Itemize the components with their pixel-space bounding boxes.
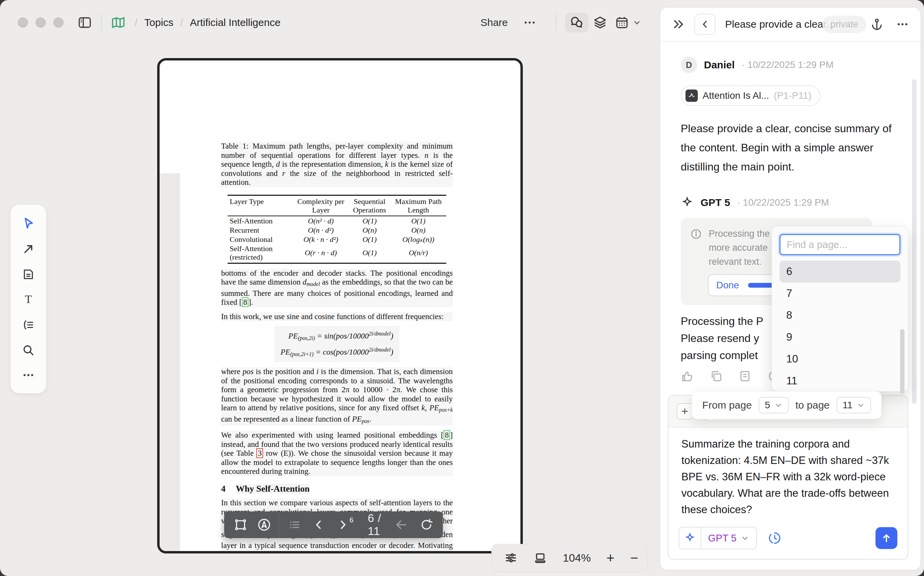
header-divider [101, 15, 102, 30]
ellipsis-icon [22, 369, 35, 382]
nav-circle-icon [257, 518, 271, 532]
page-option-11[interactable]: 11 [780, 370, 900, 392]
find-page-input[interactable] [780, 234, 900, 255]
outline-tool[interactable] [21, 318, 35, 332]
select-tool[interactable] [21, 216, 35, 230]
paper-paragraph: bottoms of the encoder and decoder stack… [221, 269, 453, 307]
clock-icon [768, 531, 781, 545]
attachment-chip[interactable]: Attention Is Al... (P1-P11) [681, 85, 820, 106]
calendar-toggle[interactable] [612, 13, 644, 32]
share-thread-button[interactable] [870, 18, 884, 31]
sidebar-icon [77, 15, 92, 30]
to-page-select[interactable]: 11 [836, 397, 871, 413]
document-button[interactable] [738, 369, 752, 383]
chevron-down-icon [740, 534, 749, 542]
page-option-7[interactable]: 7 [780, 283, 900, 304]
page-indicator: 6 / 11 [368, 512, 384, 538]
calendar-icon [615, 15, 629, 30]
zoom-out-button[interactable]: − [630, 551, 638, 565]
note-tool[interactable] [21, 267, 35, 281]
toolbar-divider [279, 512, 279, 538]
reload-page-button[interactable] [420, 518, 433, 531]
zoom-window-button[interactable] [53, 18, 64, 28]
prev-page-button[interactable] [313, 518, 325, 531]
plus-icon [681, 407, 689, 416]
outline-list-button[interactable] [288, 518, 301, 531]
arrow-tool[interactable] [21, 242, 35, 256]
to-page-label: to page [796, 399, 830, 411]
layers-icon [593, 15, 608, 30]
map-icon [111, 15, 126, 30]
add-attachment-button[interactable] [677, 403, 693, 419]
composer-controls: GPT 5 [668, 518, 908, 559]
chevron-down-icon [857, 401, 865, 409]
chat-scrollbar[interactable] [912, 79, 916, 404]
note-icon [21, 267, 35, 281]
thread-title: Please provide a clear... [725, 18, 834, 30]
print-button[interactable] [533, 551, 547, 565]
chevron-down-icon [774, 401, 783, 409]
complexity-table: Layer TypeComplexity per LayerSequential… [227, 195, 446, 264]
breadcrumb: / Topics / Artificial Intelligence [135, 17, 280, 28]
composer-input[interactable]: Summarize the training corpora and token… [668, 428, 908, 518]
view-controls-toolbar: 104% + − [492, 544, 648, 572]
copy-button[interactable] [709, 369, 723, 383]
history-back-button[interactable] [394, 518, 408, 531]
close-window-button[interactable] [18, 18, 28, 28]
history-button[interactable] [768, 531, 781, 545]
toggle-sidebar-button[interactable] [77, 15, 92, 30]
send-button[interactable] [876, 527, 897, 549]
share-button[interactable]: Share [480, 17, 508, 28]
select-region-button[interactable] [234, 518, 247, 531]
chevron-left-icon [700, 19, 710, 29]
chat-bubbles-icon [569, 15, 585, 30]
paper-paragraph: In this work, we use sine and cosine fun… [221, 312, 453, 322]
chat-panel: Please provide a clear... private D Dani… [660, 7, 921, 571]
breadcrumb-current-page[interactable]: Artificial Intelligence [190, 17, 280, 28]
model-selector[interactable]: GPT 5 [679, 527, 757, 549]
paper-equation: PE(pos,2i) = sin(pos/100002i/dmodel)PE(p… [221, 326, 453, 362]
collapse-panel-button[interactable] [672, 18, 685, 31]
text-T-icon: T [21, 293, 35, 306]
page-option-9[interactable]: 9 [780, 326, 900, 348]
attachment-name: Attention Is Al... [703, 90, 769, 101]
pdf-file-icon [685, 90, 698, 102]
layers-toggle[interactable] [588, 13, 612, 32]
table-row: RecurrentO(n · d²)O(n)O(n) [227, 226, 446, 235]
chevron-down-icon [633, 18, 641, 27]
more-options-button[interactable] [523, 16, 536, 29]
zoom-in-button[interactable]: + [607, 551, 614, 565]
search-tool[interactable] [21, 343, 35, 357]
next-page-button[interactable]: 6 [336, 518, 353, 531]
text-tool[interactable]: T [21, 293, 35, 306]
info-line: relevant text. [709, 255, 770, 269]
more-tools[interactable] [22, 369, 35, 382]
pointer-mode-button[interactable] [257, 518, 271, 532]
section-heading: 4Why Self-Attention [221, 485, 453, 494]
thread-options-button[interactable] [896, 18, 909, 31]
page-option-8[interactable]: 8 [780, 304, 900, 326]
page-range-popover: From page 5 to page 11 [692, 391, 882, 419]
from-page-select[interactable]: 5 [759, 397, 789, 413]
app-window: / Topics / Artificial Intelligence Share [0, 0, 924, 576]
view-settings-button[interactable] [504, 551, 518, 565]
thumbs-up-button[interactable] [681, 369, 694, 383]
page-option-6[interactable]: 6 [780, 261, 900, 283]
chat-panel-toggle[interactable] [565, 13, 588, 32]
map-button[interactable] [111, 15, 126, 30]
window-controls [18, 18, 64, 28]
chat-scroll-area[interactable]: D Daniel · 10/22/2025 1:29 PM Attention … [660, 42, 921, 570]
breadcrumb-topics[interactable]: Topics [144, 17, 173, 28]
page-option-list: 67891011 [780, 261, 900, 392]
from-page-label: From page [702, 399, 752, 411]
dropdown-scrollbar[interactable] [900, 329, 905, 394]
to-page-value: 11 [843, 400, 853, 411]
table-header: Complexity per Layer [293, 195, 349, 216]
page-option-10[interactable]: 10 [780, 348, 900, 370]
zoom-level: 104% [563, 552, 591, 565]
minimize-window-button[interactable] [35, 18, 46, 28]
back-button[interactable] [694, 14, 716, 35]
paper-paragraph: We also experimented with using learned … [221, 431, 453, 476]
header-divider [556, 15, 556, 30]
list-icon [288, 518, 301, 531]
